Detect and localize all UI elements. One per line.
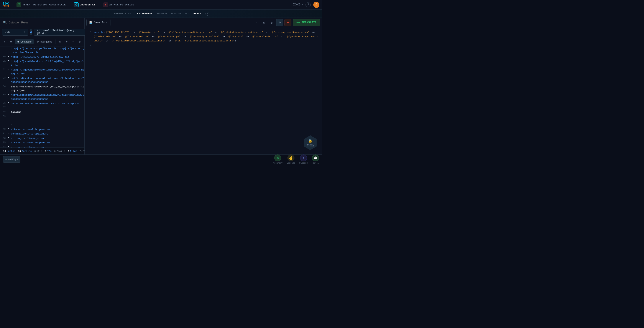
hotkeys-label: HotKeys (8, 158, 18, 161)
nav-item-uncoder[interactable]: ⬡ UNCODER AI (71, 1, 98, 8)
add-translations-button[interactable]: + (206, 12, 210, 16)
translate-button[interactable]: ⟺ TRANSLATE (293, 19, 320, 26)
nav-label-tdm: THREAT DETECTION MARKETPLACE (22, 4, 66, 6)
contribute-button[interactable]: ◉ Contribute (15, 39, 34, 44)
accuracy-tool[interactable]: ◎ Accuracy (273, 154, 282, 164)
how-label: How... (312, 162, 319, 164)
ms-sentinel-badge[interactable]: 🔒 MicrosoftSentinel (303, 135, 318, 150)
discord-tool[interactable]: ⊕ Discord (300, 154, 308, 164)
editor-line: 38Domains (0, 110, 84, 114)
output-area[interactable]: 1search (@"185.156.72.78" or @"invoice.z… (84, 27, 322, 154)
upgrade-label: Upgrade (287, 162, 295, 164)
nav-item-attack[interactable]: ◈ ATTACK DETECTIVE (100, 1, 137, 8)
nav-divider-2 (99, 2, 100, 7)
help-button[interactable]: ? (306, 2, 311, 8)
line-bullet: • (8, 141, 11, 144)
reverse-translations-label: REVERSE TRANSLATIONS: (157, 12, 189, 15)
ms-badge-content: 🔒 MicrosoftSentinel (306, 138, 314, 147)
uncoder-icon: ⬡ (74, 2, 78, 7)
grid-button[interactable]: ⊞ (8, 39, 14, 44)
line-content: netfilediscdownloadapplication.ru/file/d… (11, 93, 84, 101)
domains-count: 13 (18, 150, 21, 152)
filter-button[interactable]: ≡ (70, 39, 76, 44)
editor-line: = (0, 123, 84, 127)
nav-right: CI/CD ▾ ? D (293, 2, 320, 8)
ms-badge-text: MicrosoftSentinel (306, 144, 314, 147)
line-bullet: • (8, 145, 11, 148)
right-upload-button[interactable]: ↑ (253, 20, 259, 25)
editor-line: 33•netfilediscdownloadapplication.ru/fil… (0, 76, 84, 84)
intelligence-button[interactable]: ◎ Intelligence (34, 39, 54, 44)
save-as-button[interactable]: 💾 Save As ▾ (86, 19, 110, 26)
editor-line: 30•http[://]185.156.72.78/MyFolder/pay.z… (0, 55, 84, 59)
line-content: ========================================… (11, 115, 84, 123)
line-bullet: • (8, 136, 11, 139)
line-bullet: • (8, 85, 11, 88)
save-as-arrow-icon: ▾ (106, 21, 108, 24)
right-toolbar: 💾 Save As ▾ ↑ ⎘ 🗑 ⚙ ♥ ⟺ TRANSLATE (84, 18, 322, 27)
files-stat: 6 Files (68, 150, 77, 152)
files-label: Files (70, 150, 77, 152)
sentinel-dropdown[interactable]: Microsoft Sentinel Query (Kusto) ▾ (34, 29, 90, 36)
swap-button[interactable]: ⇄ (30, 29, 32, 35)
upgrade-tool[interactable]: 💰 Upgrade (287, 154, 295, 164)
nav-item-tdm[interactable]: 🛡 THREAT DETECTION MARKETPLACE (14, 1, 69, 8)
line-number: 37 (0, 106, 8, 109)
discord-icon: ⊕ (300, 154, 307, 162)
line-number: 39 (0, 115, 8, 118)
search-input[interactable] (8, 21, 81, 24)
domains-label: Domains (22, 150, 32, 152)
line-content: 5863874653786587365934/AKT_PAX_26_09_202… (11, 85, 84, 93)
bottom-tools: ◎ Accuracy 💰 Upgrade ⊕ Discord 💬 How... (273, 154, 319, 164)
line-number: 41 (0, 132, 8, 135)
ioc-label: IOC (5, 30, 10, 34)
out-line-content (94, 44, 319, 47)
tdm-icon: 🛡 (16, 2, 21, 7)
logo[interactable]: SOC PRIME (2, 2, 10, 8)
ioc-dropdown[interactable]: IOC ▾ (2, 29, 28, 36)
line-bullet: • (8, 93, 11, 96)
urls-count: 0 (34, 150, 36, 152)
line-bullet: • (8, 60, 11, 62)
delete-button[interactable]: 🗑 (77, 39, 83, 44)
ms-badge-icon: 🔒 (308, 138, 312, 143)
line-number: 40 (0, 128, 8, 130)
user-avatar[interactable]: D (313, 2, 320, 8)
line-bullet: • (8, 68, 11, 70)
hashes-stat: 14 Hashes (3, 150, 16, 152)
line-number: 36 (0, 102, 8, 104)
settings-button[interactable]: ⚙ (276, 19, 283, 26)
upload-button[interactable]: ↑ (2, 39, 8, 44)
hotkeys-button[interactable]: ⌨ HotKeys (3, 156, 20, 163)
save-as-label: Save As (94, 21, 104, 24)
line-number: 32 (0, 68, 8, 71)
right-panel: 💾 Save As ▾ ↑ ⎘ 🗑 ⚙ ♥ ⟺ TRANSLATE 1searc… (84, 18, 322, 154)
editor-line: 41•johnfabiconinteraption.ru (0, 132, 84, 136)
files-count: 6 (68, 150, 69, 152)
sentinel-label: Microsoft Sentinel Query (Kusto) (37, 29, 84, 35)
cicd-button[interactable]: CI/CD ▾ (293, 3, 303, 6)
bottom-toolbar: ⌨ HotKeys ◎ Accuracy 💰 Upgrade ⊕ Discord… (0, 154, 322, 164)
ioc-arrow-icon: ▾ (24, 30, 26, 34)
editor-line: 36•5863874653786587365934/AKT_PAX_26_09_… (0, 101, 84, 106)
how-tool[interactable]: 💬 How... (312, 154, 319, 164)
ips-count: 1 (45, 150, 46, 152)
favorite-button[interactable]: ♥ (284, 19, 292, 26)
line-number: 30 (0, 55, 8, 58)
status-bar: 14 Hashes 13 Domains 0 URLs 1 IPs 0 Emai… (0, 148, 84, 154)
editor-line: 35•netfilediscdownloadapplication.ru/fil… (0, 93, 84, 101)
current-plan-value: Enterprise (137, 12, 152, 15)
attack-icon: ◈ (103, 2, 108, 7)
clone-button[interactable]: ⊡ (64, 39, 70, 44)
ioc-sentinel-header: IOC ▾ ⇄ Microsoft Sentinel Query (Kusto)… (0, 27, 84, 37)
editor-line: 43•alfacentarusmulticopter.ru (0, 140, 84, 145)
line-number: 42 (0, 136, 8, 139)
editor-line: 34•5863874653786587365934/AKT_PAX_26_09_… (0, 84, 84, 93)
left-editor-area[interactable]: http[://]technoads.pw/index.php http[://… (0, 46, 84, 148)
urls-stat: 0 URLs (34, 150, 42, 152)
copy-button[interactable]: ⎘ (57, 39, 63, 44)
right-delete-button[interactable]: 🗑 (268, 20, 275, 25)
search-icon: 🔍 (3, 20, 7, 24)
editor-line: http[://]technoads.pw/index.php http[://… (0, 46, 84, 55)
right-copy-button[interactable]: ⎘ (260, 20, 267, 25)
